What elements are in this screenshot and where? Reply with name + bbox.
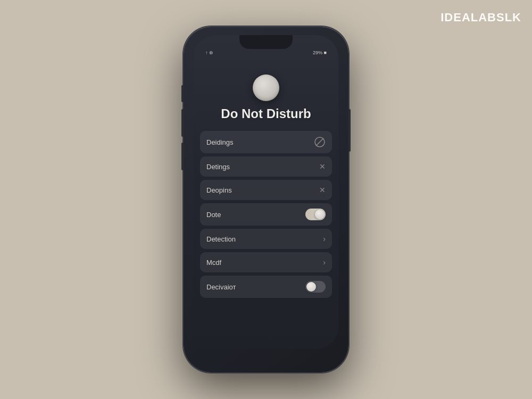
settings-label-detings: Detings	[206, 163, 230, 171]
close-icon-detings: ✕	[319, 162, 326, 171]
toggle-dote-on[interactable]	[305, 209, 326, 220]
settings-row-deopins[interactable]: Deopins ✕	[200, 180, 332, 200]
status-right: 29% ■	[313, 50, 327, 55]
toggle-knob-decivaiот	[306, 282, 316, 292]
settings-row-mcdf[interactable]: Mcdf ›	[200, 252, 332, 272]
battery-text: 29% ■	[313, 50, 327, 55]
settings-list: Deidings Detings ✕ Deopins ✕	[200, 131, 332, 298]
toggle-knob-dote	[315, 210, 325, 219]
dnd-title: Do Not Disturb	[221, 106, 311, 121]
notch	[239, 35, 293, 49]
settings-label-decivaiот: Decivaiот	[206, 283, 236, 291]
settings-row-deidings[interactable]: Deidings	[200, 131, 332, 153]
signal-icon: ↑ ⊛	[205, 50, 213, 55]
slash-icon	[314, 136, 326, 148]
settings-label-dote: Dote	[206, 211, 221, 219]
toggle-decivaiот-off[interactable]	[305, 281, 326, 293]
mute-button	[181, 85, 184, 102]
watermark-label: IDEALABSLK	[440, 11, 521, 24]
camera-bubble	[253, 74, 279, 101]
chevron-icon-detection: ›	[323, 235, 326, 243]
volume-down-button	[181, 143, 184, 170]
settings-row-detection[interactable]: Detection ›	[200, 229, 332, 249]
settings-row-decivaiот[interactable]: Decivaiот	[200, 276, 332, 298]
chevron-icon-mcdf: ›	[323, 258, 326, 267]
status-left: ↑ ⊛	[205, 50, 213, 55]
settings-label-detection: Detection	[206, 235, 236, 243]
settings-label-deopins: Deopins	[206, 186, 232, 194]
phone-screen: ↑ ⊛ 29% ■ Do Not Disturb Deidings	[194, 35, 338, 349]
power-button	[348, 109, 351, 152]
svg-line-1	[316, 138, 323, 146]
settings-label-mcdf: Mcdf	[206, 259, 221, 267]
settings-label-deidings: Deidings	[206, 138, 234, 146]
settings-row-dote[interactable]: Dote	[200, 203, 332, 226]
volume-up-button	[181, 109, 184, 137]
phone-device: ↑ ⊛ 29% ■ Do Not Disturb Deidings	[184, 27, 348, 372]
close-icon-deopins: ✕	[319, 186, 326, 194]
settings-row-detings[interactable]: Detings ✕	[200, 156, 332, 177]
